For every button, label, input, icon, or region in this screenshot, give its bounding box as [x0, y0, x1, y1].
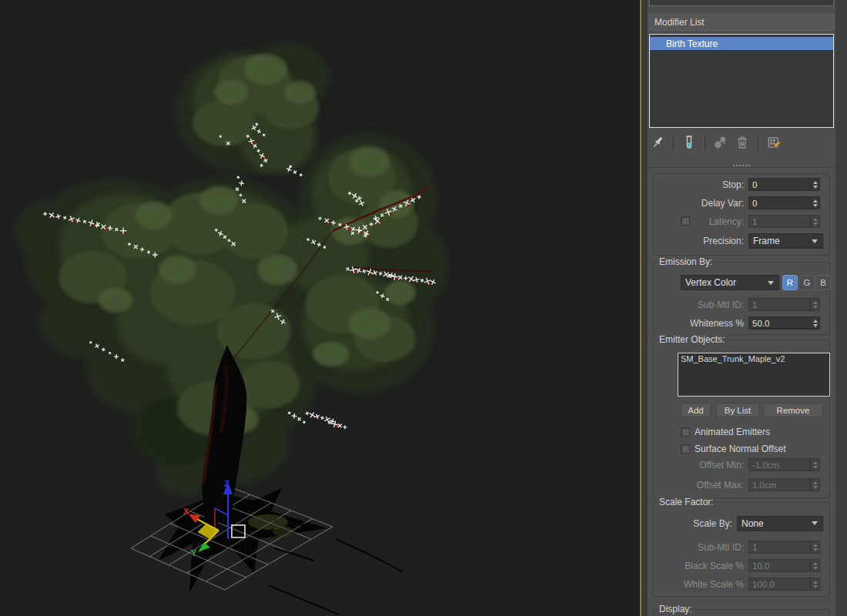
modifier-list-label: Modifier List [654, 17, 705, 28]
make-unique-icon [712, 134, 729, 151]
latency-spinner [810, 216, 819, 227]
delay-var-spinner[interactable] [810, 197, 819, 209]
offset-max-field: 1.0cm [748, 478, 820, 491]
emitter-objects-header: Emitter Objects: [657, 334, 727, 345]
chevron-down-icon [812, 521, 818, 525]
gizmo-x-label: X [183, 507, 189, 516]
offset-max-spinner [810, 479, 819, 490]
scale-submtl-spinner [810, 541, 819, 553]
white-scale-field: 100.0 [748, 578, 820, 591]
offset-min-row: Offset Min: -1.0cm [652, 458, 830, 471]
show-end-result-icon [681, 134, 697, 151]
channel-r-button[interactable]: R [782, 275, 798, 290]
scale-submtl-row: Sub-Mtl ID: 1 [652, 541, 830, 554]
object-name-field-partial[interactable] [649, 0, 834, 6]
modifier-name: Birth Texture [666, 38, 718, 49]
scale-factor-header: Scale Factor: [657, 497, 716, 507]
scale-submtl-label: Sub-Mtl ID: [652, 542, 748, 553]
submtl-field: 1 [748, 298, 820, 311]
latency-field: 1 [748, 215, 820, 228]
add-button[interactable]: Add [681, 403, 711, 417]
whiteness-spinner[interactable] [810, 317, 819, 329]
scale-by-dropdown[interactable]: None [737, 516, 823, 531]
delay-var-field[interactable]: 0 [748, 196, 820, 209]
submtl-spinner [810, 299, 819, 310]
pin-stack-button[interactable] [649, 133, 666, 152]
toolbar-separator [705, 135, 705, 150]
precision-dropdown[interactable]: Frame [748, 233, 823, 249]
submtl-label: Sub-Mtl ID: [652, 300, 748, 310]
stop-spinner[interactable] [810, 179, 819, 190]
emission-by-header: Emission By: [657, 256, 715, 267]
scale-by-row: Scale By: None [652, 515, 830, 531]
scale-submtl-field: 1 [748, 541, 820, 554]
scale-by-label: Scale By: [652, 518, 737, 529]
stop-row: Stop: 0 [652, 178, 830, 191]
chevron-down-icon [812, 239, 818, 243]
channel-g-button[interactable]: G [799, 275, 815, 290]
pin-stack-icon [650, 134, 665, 151]
modifier-list-dropdown[interactable]: Modifier List [649, 14, 834, 31]
whiteness-field[interactable]: 50.0 [748, 316, 820, 330]
panel-gutter [641, 0, 648, 616]
delay-var-row: Delay Var: 0 [652, 196, 830, 209]
remove-button[interactable]: Remove [763, 403, 823, 417]
offset-min-spinner [810, 459, 819, 470]
configure-modifier-sets-button[interactable] [765, 133, 782, 152]
precision-label: Precision: [652, 236, 748, 246]
offset-max-label: Offset Max: [652, 480, 748, 490]
modifier-stack-toolbar [649, 132, 834, 152]
make-unique-button[interactable] [712, 133, 729, 152]
animated-emitters-checkbox[interactable] [681, 427, 690, 437]
emitter-objects-list[interactable]: SM_Base_Trunk_Maple_v2 [678, 353, 830, 397]
gizmo-z-label: Z [224, 479, 229, 488]
panel-scroll-strip[interactable] [835, 0, 847, 616]
white-scale-label: White Scale % [652, 579, 748, 590]
black-scale-row: Black Scale % 10.0 [652, 559, 830, 572]
channel-b-button[interactable]: B [815, 275, 831, 290]
black-scale-spinner [810, 560, 819, 571]
viewport-canvas: X Y Z [0, 0, 640, 616]
animated-emitters-label: Animated Emitters [695, 427, 770, 437]
modifier-stack-selected-row[interactable]: Birth Texture [650, 37, 833, 50]
latency-row: Latency: 1 [652, 215, 830, 228]
display-header: Display: [657, 604, 695, 614]
animated-emitters-row: Animated Emitters [681, 427, 770, 437]
by-list-button[interactable]: By List [716, 403, 759, 417]
stop-field[interactable]: 0 [748, 178, 820, 191]
rollout-divider [648, 167, 835, 168]
configure-modifier-sets-icon [766, 134, 782, 151]
latency-label: Latency: [652, 216, 748, 227]
white-scale-spinner [810, 578, 819, 590]
list-item[interactable]: SM_Base_Trunk_Maple_v2 [681, 354, 827, 363]
perspective-viewport[interactable]: X Y Z [0, 0, 640, 616]
toolbar-separator [673, 135, 674, 150]
offset-min-label: Offset Min: [652, 460, 748, 470]
precision-row: Precision: Frame [652, 233, 830, 249]
black-scale-label: Black Scale % [652, 561, 748, 571]
offset-max-row: Offset Max: 1.0cm [652, 478, 830, 491]
offset-min-field: -1.0cm [748, 458, 820, 471]
delay-var-label: Delay Var: [652, 198, 748, 209]
rollout-grip[interactable] [729, 165, 754, 166]
gizmo-y-label: Y [191, 548, 197, 557]
show-end-result-button[interactable] [681, 133, 698, 152]
toolbar-separator [758, 135, 758, 150]
stop-label: Stop: [652, 179, 748, 190]
modify-command-panel: Modifier List Birth Texture [648, 0, 835, 616]
chevron-down-icon [768, 281, 774, 285]
whiteness-row: Whiteness % 50.0 [652, 316, 830, 330]
surface-normal-offset-label: Surface Normal Offset [695, 444, 786, 454]
display-group: Display: [652, 609, 830, 616]
whiteness-label: Whiteness % [652, 318, 748, 329]
surface-normal-offset-checkbox[interactable] [681, 444, 690, 454]
trash-icon [735, 134, 750, 151]
white-scale-row: White Scale % 100.0 [652, 578, 830, 591]
surface-normal-offset-row: Surface Normal Offset [681, 444, 786, 454]
remove-modifier-button[interactable] [734, 133, 751, 152]
emission-submtl-row: Sub-Mtl ID: 1 [652, 298, 830, 311]
modifier-stack-list[interactable]: Birth Texture [649, 34, 834, 128]
black-scale-field: 10.0 [748, 559, 820, 572]
emission-mode-dropdown[interactable]: Vertex Color [681, 275, 779, 290]
